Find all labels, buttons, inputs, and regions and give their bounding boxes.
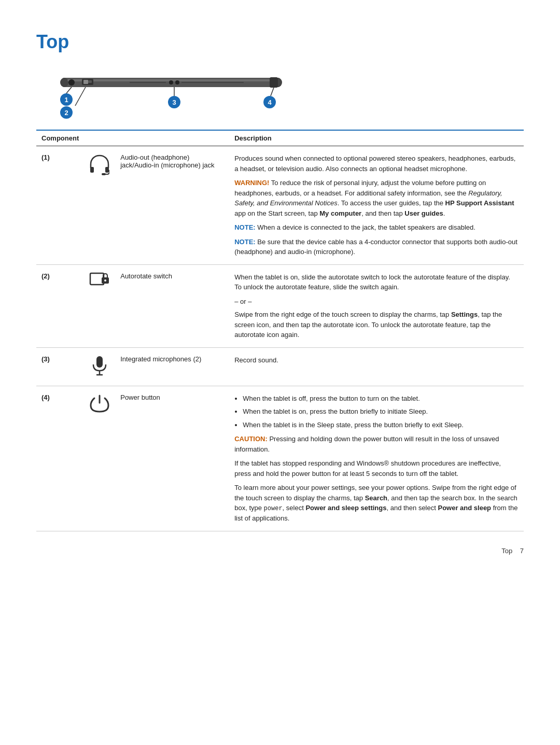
svg-point-14 <box>169 80 173 85</box>
svg-text:3: 3 <box>172 99 176 106</box>
svg-point-4 <box>68 79 75 86</box>
col-header-name <box>115 131 229 146</box>
component-description: When the tablet is off, press the button… <box>229 386 524 531</box>
table-row: (2) Autorotate switch When the tablet is… <box>36 264 524 347</box>
list-item: When the tablet is on, press the button … <box>243 406 519 417</box>
icon-cell <box>84 264 115 347</box>
components-table: Component Description (1) Aud <box>36 131 524 531</box>
svg-point-15 <box>175 80 179 85</box>
power-bullets: When the tablet is off, press the button… <box>243 393 519 430</box>
svg-line-7 <box>66 87 72 93</box>
component-description: Produces sound when connected to optiona… <box>229 146 524 265</box>
power-icon <box>90 393 109 415</box>
col-header-component: Component <box>36 131 84 146</box>
diagram-area: 1 2 3 4 <box>36 63 524 120</box>
table-row: (1) Audio-out (headphone) jack/Audio-in … <box>36 146 524 265</box>
list-item: When the tablet is in the Sleep state, p… <box>243 420 519 430</box>
component-name: Autorotate switch <box>115 264 229 347</box>
table-row: (4) Power button When the tablet is off,… <box>36 386 524 531</box>
svg-rect-9 <box>83 80 88 84</box>
component-number: (1) <box>36 146 84 265</box>
autorotate-icon <box>89 272 110 291</box>
svg-line-13 <box>75 87 86 106</box>
page-title: Top <box>36 31 524 53</box>
icon-cell <box>84 386 115 531</box>
component-name: Integrated microphones (2) <box>115 347 229 386</box>
component-description: Record sound. <box>229 347 524 386</box>
component-number: (2) <box>36 264 84 347</box>
svg-rect-25 <box>90 167 94 173</box>
component-description: When the tablet is on, slide the autorot… <box>229 264 524 347</box>
svg-point-30 <box>104 279 106 282</box>
headphone-icon <box>90 153 109 175</box>
svg-text:1: 1 <box>64 96 68 104</box>
component-name: Power button <box>115 386 229 531</box>
svg-rect-31 <box>96 356 103 368</box>
svg-rect-10 <box>88 80 92 83</box>
icon-cell <box>84 347 115 386</box>
svg-line-22 <box>271 88 274 96</box>
footer: Top 7 <box>36 547 524 555</box>
icon-cell <box>84 146 115 265</box>
component-number: (3) <box>36 347 84 386</box>
component-name: Audio-out (headphone) jack/Audio-in (mic… <box>115 146 229 265</box>
footer-label: Top 7 <box>501 547 524 555</box>
component-number: (4) <box>36 386 84 531</box>
svg-rect-27 <box>102 173 106 175</box>
list-item: When the tablet is off, press the button… <box>243 393 519 404</box>
table-row: (3) Integrated microphones (2) Record so… <box>36 347 524 386</box>
svg-text:2: 2 <box>64 109 68 117</box>
svg-point-1 <box>60 78 68 87</box>
col-header-description: Description <box>229 131 524 146</box>
svg-text:4: 4 <box>268 99 272 106</box>
col-header-icon <box>84 131 115 146</box>
microphone-icon <box>91 355 108 377</box>
svg-rect-19 <box>270 77 278 88</box>
svg-rect-26 <box>105 167 109 173</box>
